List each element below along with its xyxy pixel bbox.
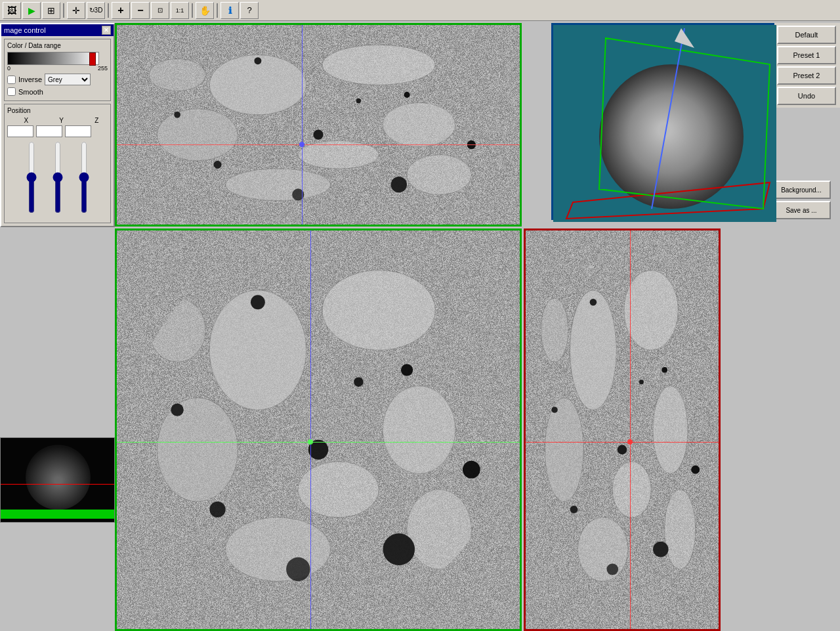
gradient-max-label: 255	[98, 65, 108, 72]
position-label: Position	[7, 107, 108, 114]
inverse-row: Inverse Grey Hot Cool Jet	[7, 74, 108, 85]
default-button[interactable]: Default	[777, 26, 836, 44]
image-control-panel: mage control ✕ Color / Data range 0 255 …	[0, 23, 115, 227]
preset1-button[interactable]: Preset 1	[777, 46, 836, 64]
right-panel: Default Preset 1 Preset 2 Undo	[774, 23, 840, 108]
bottom-left-view[interactable]	[115, 228, 522, 631]
inverse-checkbox[interactable]	[7, 76, 16, 84]
color-gradient-bar[interactable]	[7, 52, 99, 65]
extra-buttons: Background... Save as ...	[772, 181, 837, 219]
z-axis-label: Z	[85, 117, 108, 124]
gradient-marker[interactable]	[89, 53, 96, 66]
separator-4	[217, 3, 218, 18]
x-axis-label: X	[15, 117, 37, 124]
smooth-label: Smooth	[18, 88, 43, 96]
y-slider[interactable]	[51, 141, 64, 213]
smooth-row: Smooth	[7, 87, 108, 96]
fit-icon[interactable]: ⊡	[151, 2, 169, 19]
zoom-out-icon[interactable]: −	[131, 2, 150, 19]
bottom-right-view[interactable]	[524, 228, 721, 631]
background-button[interactable]: Background...	[772, 181, 831, 199]
help-icon[interactable]: ?	[240, 2, 259, 19]
undo-button[interactable]: Undo	[777, 87, 836, 105]
thumbnail-green-bar	[1, 510, 114, 519]
grid-icon[interactable]: ⊞	[42, 2, 60, 19]
color-data-range-section: Color / Data range 0 255 Inverse Grey Ho…	[4, 39, 111, 101]
bottom-right-canvas	[526, 230, 719, 629]
top-view[interactable]	[115, 23, 522, 227]
save-as-button[interactable]: Save as ...	[772, 201, 831, 219]
x-input[interactable]: 1535	[7, 125, 33, 137]
new-icon[interactable]: 🖼	[3, 2, 21, 19]
xyz-inputs: 1535 1535 1002	[7, 125, 108, 137]
preset2-button[interactable]: Preset 2	[777, 66, 836, 85]
gradient-labels: 0 255	[7, 65, 108, 72]
zoom-in-icon[interactable]: +	[112, 2, 130, 19]
3d-view[interactable]	[551, 23, 774, 220]
separator-3	[192, 3, 193, 18]
toolbar: 🖼 ▶ ⊞ ✛ ↻3D + − ⊡ 1:1 ✋ ℹ ?	[0, 0, 840, 21]
panel-title: mage control ✕	[1, 24, 114, 36]
gradient-min-label: 0	[7, 65, 10, 72]
info-icon[interactable]: ℹ	[220, 2, 239, 19]
thumbnail-red-line	[1, 484, 114, 485]
z-slider[interactable]	[77, 141, 91, 213]
pan-icon[interactable]: ✋	[196, 2, 214, 19]
play-icon[interactable]: ▶	[22, 2, 41, 19]
bottom-left-canvas	[117, 230, 520, 629]
z-input[interactable]: 1002	[65, 125, 91, 137]
close-button[interactable]: ✕	[102, 26, 111, 35]
smooth-checkbox[interactable]	[7, 87, 16, 96]
y-axis-label: Y	[51, 117, 73, 124]
panel-title-text: mage control	[4, 26, 46, 34]
3d-canvas	[553, 25, 776, 222]
color-range-label: Color / Data range	[7, 42, 108, 49]
move-icon[interactable]: ✛	[67, 2, 85, 19]
rotate-icon[interactable]: ↻3D	[87, 2, 105, 19]
one-to-one-icon[interactable]: 1:1	[171, 2, 189, 19]
top-view-canvas	[117, 25, 520, 225]
colormap-dropdown[interactable]: Grey Hot Cool Jet	[45, 74, 91, 85]
y-input[interactable]: 1535	[36, 125, 62, 137]
inverse-label: Inverse	[18, 76, 42, 83]
separator-2	[108, 3, 109, 18]
xyz-sliders	[7, 141, 108, 220]
separator-1	[63, 3, 64, 18]
thumbnail-view[interactable]	[0, 437, 115, 523]
xyz-labels: X Y Z	[15, 117, 108, 124]
position-section: Position X Y Z 1535 1535 1002	[4, 104, 111, 223]
x-slider[interactable]	[25, 141, 38, 213]
